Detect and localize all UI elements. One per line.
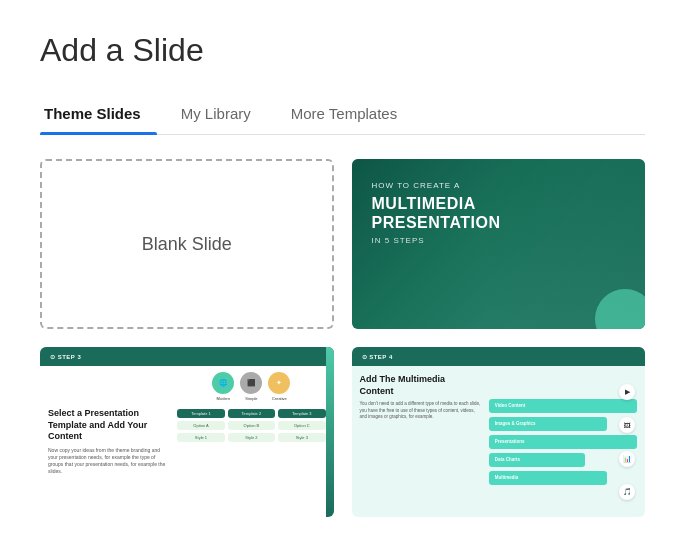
icon-creative: ✦ Creative bbox=[268, 372, 290, 401]
cyan-bar-3: Presentations bbox=[489, 435, 637, 449]
step4-body: Add The Multimedia Content You don't nee… bbox=[352, 366, 646, 517]
cyan-bar-1: Video Content bbox=[489, 399, 637, 413]
step3-header: ⊙ STEP 3 bbox=[40, 347, 334, 366]
slides-grid: Blank Slide HOW TO CREATE A MULTIMEDIA P… bbox=[40, 159, 645, 517]
cyan-bar-5: Multimedia bbox=[489, 471, 608, 485]
main-container: Add a Slide Theme Slides My Library More… bbox=[0, 0, 685, 537]
step3-accent-bar bbox=[326, 347, 334, 517]
side-icon-2: 🖼 bbox=[619, 417, 635, 433]
list-pill: Style 2 bbox=[228, 433, 275, 442]
step4-left: Add The Multimedia Content You don't nee… bbox=[360, 372, 481, 511]
step4-header: ⊙ STEP 4 bbox=[352, 347, 646, 366]
slide-blank[interactable]: Blank Slide bbox=[40, 159, 334, 329]
cyan-bar-2: Images & Graphics bbox=[489, 417, 608, 431]
list-pill: Style 1 bbox=[177, 433, 224, 442]
tabs-bar: Theme Slides My Library More Templates bbox=[40, 97, 645, 135]
list-pill: Template 1 bbox=[177, 409, 224, 418]
icon-simple: ⬛ Simple bbox=[240, 372, 262, 401]
step3-right: 🌐 Modern ⬛ Simple ✦ Creative bbox=[177, 372, 325, 511]
list-row-1: Template 1 Template 2 Template 3 bbox=[177, 409, 325, 418]
multimedia-title2: PRESENTATION bbox=[372, 213, 626, 232]
slide-step3[interactable]: ⊙ STEP 3 Select a Presentation Template … bbox=[40, 347, 334, 517]
tab-theme-slides[interactable]: Theme Slides bbox=[40, 97, 157, 134]
cyan-bar-4: Data Charts bbox=[489, 453, 585, 467]
multimedia-title3: IN 5 STEPS bbox=[372, 236, 626, 245]
icon-modern: 🌐 Modern bbox=[212, 372, 234, 401]
slide-multimedia-content: HOW TO CREATE A MULTIMEDIA PRESENTATION … bbox=[352, 159, 646, 267]
step4-right: Video Content Images & Graphics Presenta… bbox=[489, 372, 637, 511]
step3-body: Select a Presentation Template and Add Y… bbox=[40, 366, 334, 517]
step3-body-text: Now copy your ideas from the theme brand… bbox=[48, 447, 169, 475]
tab-more-templates[interactable]: More Templates bbox=[287, 97, 413, 134]
tab-my-library[interactable]: My Library bbox=[177, 97, 267, 134]
page-title: Add a Slide bbox=[40, 32, 645, 69]
step3-title: Select a Presentation Template and Add Y… bbox=[48, 408, 169, 443]
step4-title: Add The Multimedia Content bbox=[360, 374, 481, 397]
multimedia-subtitle: HOW TO CREATE A bbox=[372, 181, 626, 190]
step3-list: Template 1 Template 2 Template 3 Option … bbox=[177, 409, 325, 442]
step3-icon-row: 🌐 Modern ⬛ Simple ✦ Creative bbox=[177, 372, 325, 401]
list-pill: Option A bbox=[177, 421, 224, 430]
list-pill: Option B bbox=[228, 421, 275, 430]
list-pill: Option C bbox=[278, 421, 325, 430]
step4-body-text: You don't need to add a different type o… bbox=[360, 401, 481, 420]
side-icon-3: 📊 bbox=[619, 451, 635, 467]
multimedia-title1: MULTIMEDIA bbox=[372, 194, 626, 213]
list-pill: Template 2 bbox=[228, 409, 275, 418]
list-row-3: Style 1 Style 2 Style 3 bbox=[177, 433, 325, 442]
slide-multimedia[interactable]: HOW TO CREATE A MULTIMEDIA PRESENTATION … bbox=[352, 159, 646, 329]
list-pill: Template 3 bbox=[278, 409, 325, 418]
list-row-2: Option A Option B Option C bbox=[177, 421, 325, 430]
list-pill: Style 3 bbox=[278, 433, 325, 442]
blank-slide-label: Blank Slide bbox=[142, 234, 232, 255]
step4-side-icons: ▶ 🖼 📊 🎵 bbox=[619, 377, 635, 507]
side-icon-1: ▶ bbox=[619, 384, 635, 400]
slide-step4[interactable]: ⊙ STEP 4 Add The Multimedia Content You … bbox=[352, 347, 646, 517]
side-icon-4: 🎵 bbox=[619, 484, 635, 500]
step3-left: Select a Presentation Template and Add Y… bbox=[48, 372, 169, 511]
